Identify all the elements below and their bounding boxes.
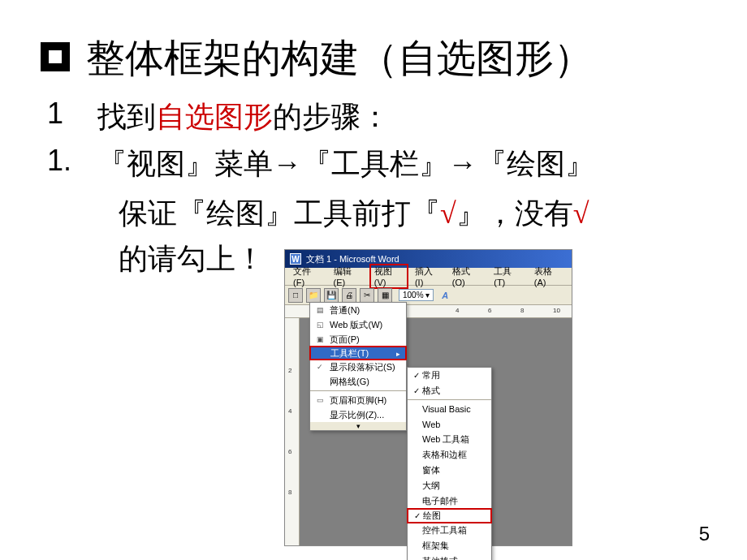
sub-web-label: Web <box>422 420 440 429</box>
page-number: 5 <box>699 523 710 545</box>
sub-window[interactable]: 窗体 <box>408 463 491 478</box>
sub-webtoolbox[interactable]: Web 工具箱 <box>408 432 491 447</box>
view-zoom-label: 显示比例(Z)... <box>330 409 384 421</box>
view-normal[interactable]: ▤普通(N) <box>310 303 406 317</box>
line-1: 1 找到自选图形的步骤： <box>41 97 706 137</box>
view-pagelayout[interactable]: ▣页面(P) <box>310 332 406 347</box>
menu-format-label: 格式(O) <box>452 266 470 287</box>
tool-save-icon[interactable]: 💾 <box>324 288 339 303</box>
step-line2a: 保证『绘图』工具前打『 <box>119 197 440 230</box>
line-1-text: 找到自选图形的步骤： <box>97 97 390 137</box>
check-icon: ✓ <box>412 511 423 520</box>
menu-view[interactable]: 视图(V) <box>369 264 408 289</box>
view-normal-label: 普通(N) <box>330 304 360 317</box>
sub-standard[interactable]: ✓常用 <box>408 368 491 383</box>
sub-vb[interactable]: Visual Basic <box>408 401 491 416</box>
view-showmarks[interactable]: ✓显示段落标记(S) <box>310 360 406 374</box>
heading-row: 整体框架的构建（自选图形） <box>41 32 706 84</box>
line-2-text: 『视图』菜单→『工具栏』→『绘图』 <box>97 144 594 184</box>
menu-file[interactable]: 文件(F) <box>288 264 327 289</box>
step-view: 『视图』菜单 <box>97 148 273 180</box>
sub-tablesborders[interactable]: 表格和边框 <box>408 447 491 463</box>
sub-formatting[interactable]: ✓格式 <box>408 383 491 398</box>
sub-controltoolbox-label: 控件工具箱 <box>422 524 467 536</box>
word-icon: W <box>290 253 301 265</box>
check-icon: √ <box>440 197 456 230</box>
view-headerfooter-label: 页眉和页脚(H) <box>330 394 386 407</box>
view-pagelayout-label: 页面(P) <box>330 334 360 346</box>
font-style-icon[interactable]: A <box>442 291 448 300</box>
view-headerfooter[interactable]: ▭页眉和页脚(H) <box>310 393 406 407</box>
sub-otherformats-label: 其他格式 <box>422 555 458 560</box>
submenu-arrow-icon: ▸ <box>396 350 400 358</box>
vruler-mark: 2 <box>288 367 291 374</box>
line1-pre: 找到 <box>97 101 156 133</box>
tool-new-icon[interactable]: □ <box>288 288 303 303</box>
line1-highlight: 自选图形 <box>156 101 273 133</box>
view-toolbars[interactable]: 工具栏(T)▸ <box>309 346 407 360</box>
ruler-mark: 4 <box>456 307 459 314</box>
view-weblayout[interactable]: ◱Web 版式(W) <box>310 317 406 332</box>
blank-icon <box>313 409 326 420</box>
line-2-number: 1. <box>41 144 97 178</box>
sub-drawing[interactable]: ✓绘图 <box>407 508 492 523</box>
line1-post: 的步骤： <box>273 101 390 133</box>
menu-edit[interactable]: 编辑(E) <box>329 264 368 289</box>
zoom-box[interactable]: 100% ▾ <box>399 289 434 301</box>
sub-standard-label: 常用 <box>422 369 440 381</box>
ruler-mark: 6 <box>488 307 491 314</box>
bullet-icon <box>41 42 70 71</box>
sub-outline-label: 大纲 <box>422 480 440 492</box>
view-zoom[interactable]: 显示比例(Z)... <box>310 407 406 422</box>
blank-icon <box>314 347 327 359</box>
step-toolbar: 『工具栏』 <box>302 148 448 180</box>
ruler-mark: 10 <box>553 307 560 314</box>
menu-edit-label: 编辑(E) <box>334 266 352 287</box>
step-line2b: 』，没有 <box>456 197 573 230</box>
tool-table-icon[interactable]: ▦ <box>378 288 392 303</box>
vruler-mark: 8 <box>288 489 291 496</box>
menu-tools[interactable]: 工具(T) <box>489 264 528 289</box>
check-icon: ✓ <box>411 371 422 380</box>
sub-otherformats[interactable]: 其他格式 <box>408 554 491 560</box>
expand-chevron-icon[interactable]: ▾ <box>310 422 406 430</box>
sub-controltoolbox[interactable]: 控件工具箱 <box>408 523 491 538</box>
sub-outline[interactable]: 大纲 <box>408 478 491 493</box>
sub-web[interactable]: Web <box>408 416 491 432</box>
word-screenshot: W 文档 1 - Microsoft Word 文件(F) 编辑(E) 视图(V… <box>284 249 572 546</box>
doc-icon: ▤ <box>313 304 326 316</box>
sub-frames[interactable]: 框架集 <box>408 538 491 554</box>
toolbars-submenu[interactable]: ✓常用 ✓格式 Visual Basic Web Web 工具箱 表格和边框 窗… <box>407 367 492 560</box>
sub-frames-label: 框架集 <box>422 540 449 552</box>
menubar[interactable]: 文件(F) 编辑(E) 视图(V) 插入(I) 格式(O) 工具(T) 表格(A… <box>285 268 572 286</box>
step-line3: 的请勾上！ <box>119 243 265 275</box>
arrow-icon: → <box>448 147 477 180</box>
slide-heading: 整体框架的构建（自选图形） <box>86 32 593 84</box>
menu-insert[interactable]: 插入(I) <box>410 264 446 289</box>
check-icon: √ <box>573 197 589 230</box>
line-1-number: 1 <box>41 97 97 131</box>
blank-icon <box>313 376 326 387</box>
separator <box>408 399 491 400</box>
tool-print-icon[interactable]: 🖨 <box>342 288 356 303</box>
check-icon: ✓ <box>313 361 326 373</box>
tool-open-icon[interactable]: 📁 <box>306 288 321 303</box>
separator <box>310 390 406 391</box>
vruler-mark: 6 <box>288 448 291 455</box>
view-gridlines[interactable]: 网格线(G) <box>310 374 406 389</box>
tool-cut-icon[interactable]: ✂ <box>360 288 374 303</box>
menu-table-label: 表格(A) <box>534 266 552 287</box>
vruler-mark: 4 <box>288 407 291 415</box>
view-toolbars-label: 工具栏(T) <box>330 347 369 360</box>
menu-view-label: 视图(V) <box>374 266 392 287</box>
menu-format[interactable]: 格式(O) <box>447 264 487 289</box>
document-area[interactable]: ▤普通(N) ◱Web 版式(W) ▣页面(P) 工具栏(T)▸ ✓显示段落标记… <box>300 318 572 545</box>
sub-email[interactable]: 电子邮件 <box>408 493 491 509</box>
sub-drawing-label: 绘图 <box>423 510 441 522</box>
sub-webtoolbox-label: Web 工具箱 <box>422 433 469 446</box>
menu-table[interactable]: 表格(A) <box>529 264 568 289</box>
menu-file-label: 文件(F) <box>293 266 311 287</box>
slide-content: 整体框架的构建（自选图形） 1 找到自选图形的步骤： 1. 『视图』菜单→『工具… <box>0 0 747 560</box>
view-dropdown[interactable]: ▤普通(N) ◱Web 版式(W) ▣页面(P) 工具栏(T)▸ ✓显示段落标记… <box>309 302 407 431</box>
ruler-mark: 8 <box>520 307 524 314</box>
